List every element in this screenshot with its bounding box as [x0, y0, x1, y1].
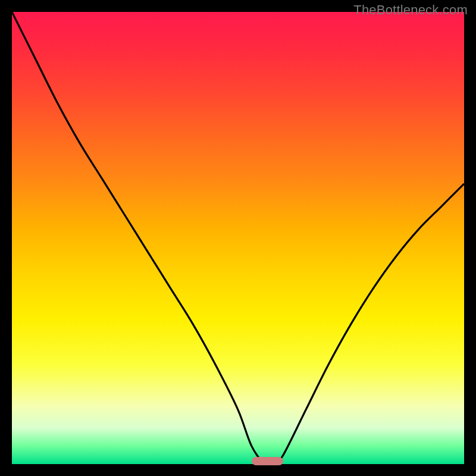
curve-svg	[12, 12, 464, 464]
bottleneck-plot	[12, 12, 464, 464]
minimum-marker	[252, 457, 283, 465]
watermark-text: TheBottleneck.com	[353, 2, 468, 18]
bottleneck-curve	[12, 12, 464, 464]
